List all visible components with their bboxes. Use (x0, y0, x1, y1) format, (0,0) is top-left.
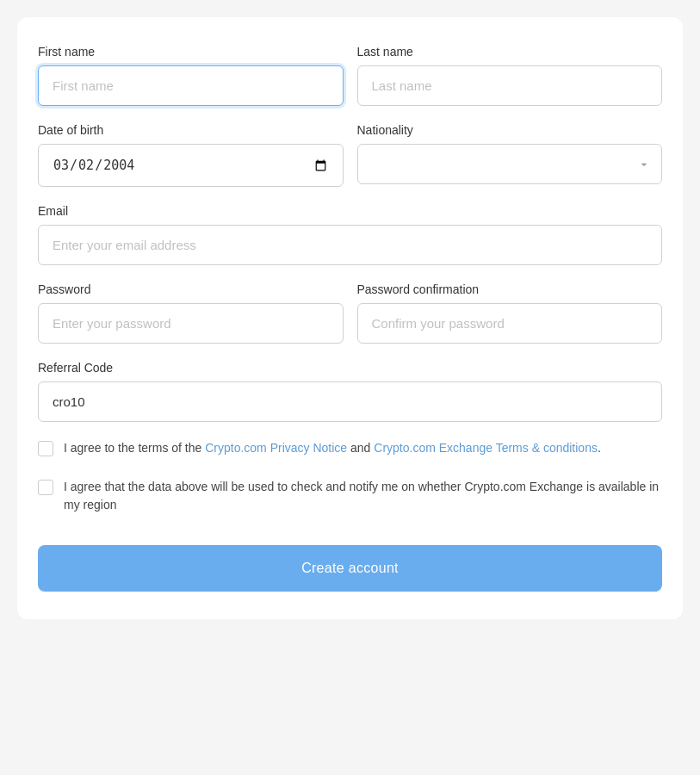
referral-code-group: Referral Code (38, 361, 662, 422)
privacy-checkbox-label: I agree to the terms of the Crypto.com P… (64, 439, 601, 457)
password-confirm-input[interactable] (357, 303, 663, 344)
dob-label: Date of birth (38, 123, 344, 137)
email-input[interactable] (38, 225, 662, 265)
password-confirm-label: Password confirmation (357, 282, 663, 296)
nationality-label: Nationality (357, 123, 663, 137)
last-name-input[interactable] (357, 65, 663, 106)
dob-input[interactable] (38, 144, 344, 187)
referral-code-label: Referral Code (38, 361, 662, 375)
email-group: Email (38, 204, 662, 265)
privacy-notice-link[interactable]: Crypto.com Privacy Notice (205, 441, 347, 455)
registration-form: First name Last name Date of birth Natio… (17, 17, 683, 619)
nationality-group: Nationality United States United Kingdom… (357, 123, 663, 187)
first-name-group: First name (38, 45, 344, 106)
password-confirm-group: Password confirmation (357, 282, 663, 344)
password-label: Password (38, 282, 344, 296)
first-name-label: First name (38, 45, 344, 59)
create-account-button[interactable]: Create account (38, 545, 662, 592)
dob-group: Date of birth (38, 123, 344, 187)
nationality-select[interactable]: United States United Kingdom Canada Aust… (357, 144, 663, 184)
data-usage-checkbox-label: I agree that the data above will be used… (64, 478, 662, 514)
privacy-checkbox[interactable] (38, 441, 53, 456)
exchange-terms-link[interactable]: Crypto.com Exchange Terms & conditions (374, 441, 598, 455)
data-usage-checkbox-group: I agree that the data above will be used… (38, 478, 662, 521)
password-group: Password (38, 282, 344, 344)
first-name-input[interactable] (38, 65, 344, 106)
referral-code-input[interactable] (38, 381, 662, 422)
last-name-group: Last name (357, 45, 663, 106)
email-label: Email (38, 204, 662, 218)
privacy-checkbox-group: I agree to the terms of the Crypto.com P… (38, 439, 662, 464)
password-input[interactable] (38, 303, 344, 344)
data-usage-checkbox[interactable] (38, 480, 53, 495)
last-name-label: Last name (357, 45, 663, 59)
